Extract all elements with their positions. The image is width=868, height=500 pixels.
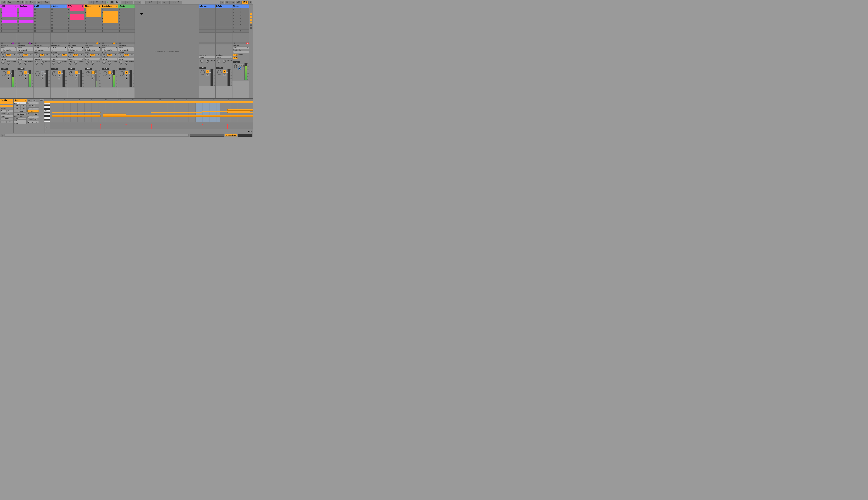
double-time-button[interactable]: *2	[21, 104, 27, 107]
clip-play-icon[interactable]	[18, 12, 19, 13]
channel-select[interactable]: | 1	[51, 49, 67, 51]
arm-button[interactable]: ●	[41, 77, 43, 80]
clip-drop-area[interactable]	[17, 33, 34, 42]
prev-clip-button[interactable]: <<	[0, 121, 7, 123]
clip-ruler[interactable]: 1.21.31.422.22.32.433.23.33.444.24.34.4	[44, 99, 253, 101]
output-select[interactable]: Master	[101, 58, 117, 60]
solo-mode[interactable]: Solo	[238, 64, 243, 67]
clip-play-icon[interactable]	[1, 9, 2, 10]
clip-play-icon[interactable]	[102, 15, 103, 16]
clip-slot-empty[interactable]	[50, 11, 67, 14]
pan-knob[interactable]	[201, 70, 205, 75]
midi-note[interactable]	[227, 112, 253, 113]
monitor-auto[interactable]: Auto	[23, 54, 28, 56]
groove-select[interactable]: None	[0, 115, 13, 117]
arm-button[interactable]: ●	[58, 77, 60, 80]
send-a-knob[interactable]	[85, 61, 89, 64]
arm-button[interactable]: ●	[125, 77, 128, 80]
clip-play-icon[interactable]	[1, 21, 2, 22]
session-record[interactable]: ○	[138, 1, 141, 4]
clip-slot-empty[interactable]	[101, 30, 118, 33]
clip-slot-empty[interactable]	[118, 8, 135, 11]
arrangement-position[interactable]: 3 . 1 . 1	[146, 1, 158, 4]
fold-icon[interactable]	[49, 5, 50, 7]
clip-slot[interactable]	[84, 8, 101, 11]
return-header[interactable]: A Reverb	[199, 4, 215, 8]
clip-slot-empty[interactable]	[118, 17, 135, 20]
monitor-off[interactable]: Off	[95, 54, 101, 56]
send-knob[interactable]	[206, 59, 209, 63]
clip-play-icon[interactable]	[1, 15, 2, 16]
master-header[interactable]: Master	[232, 4, 249, 8]
clip-drop-area[interactable]	[34, 33, 50, 42]
help-view-toggle[interactable]: ▸	[1, 134, 3, 137]
master-pan[interactable]	[234, 64, 237, 69]
stop-all-icon[interactable]	[52, 43, 53, 44]
key-map-button[interactable]: Key	[230, 1, 235, 4]
clip-slot-empty[interactable]	[67, 11, 84, 14]
io-section-toggle[interactable]	[250, 13, 252, 15]
clip-slot-empty[interactable]	[34, 30, 50, 33]
send-b-knob[interactable]	[24, 61, 27, 64]
clip-stop-icon[interactable]	[18, 30, 19, 32]
clip-slot-empty[interactable]	[0, 30, 17, 33]
arm-button[interactable]: ●	[108, 77, 111, 80]
channel-select[interactable]: | All Channels	[84, 49, 101, 51]
channel-select[interactable]: | All Channels	[34, 49, 50, 51]
clip-stop-icon[interactable]	[1, 30, 2, 32]
punch-in[interactable]: ⌐	[158, 1, 161, 4]
track-header[interactable]: 6 Synth	[118, 4, 135, 8]
clip-slot-empty[interactable]	[50, 8, 67, 11]
clip-slot[interactable]	[101, 20, 118, 23]
clip-play-icon[interactable]	[102, 21, 103, 22]
monitor-auto[interactable]: Auto	[73, 54, 78, 56]
clip-slot-empty[interactable]	[17, 30, 34, 33]
clip-drop-area[interactable]	[84, 33, 101, 42]
set-end-button[interactable]: Set	[31, 105, 35, 107]
solo-button[interactable]: S	[58, 75, 61, 77]
commit-button[interactable]: Commit	[0, 117, 13, 120]
send-knob[interactable]	[200, 59, 203, 63]
monitor-auto[interactable]: Auto	[39, 54, 45, 56]
clip-slot-empty[interactable]	[67, 26, 84, 30]
volume-fader[interactable]	[227, 69, 228, 86]
stop-all-icon[interactable]	[35, 43, 36, 44]
overload-indicator[interactable]: D	[249, 1, 252, 4]
output-select[interactable]: Master	[17, 58, 33, 60]
pgm-field[interactable]: Pgm ---	[14, 122, 26, 124]
clip-stop-icon[interactable]	[34, 9, 36, 10]
scene-launch[interactable]: 8	[232, 30, 249, 33]
clip-slot-empty[interactable]	[34, 26, 50, 30]
pan-knob[interactable]	[52, 71, 56, 76]
clip-stop-icon[interactable]	[68, 12, 69, 13]
post-button[interactable]: Post	[233, 54, 238, 56]
velocity-marker[interactable]	[227, 124, 228, 129]
monitor-off[interactable]: Off	[129, 54, 134, 56]
send-b-knob[interactable]	[91, 61, 94, 64]
channel-select[interactable]: | All Channels	[118, 49, 134, 51]
send-b-knob[interactable]	[57, 61, 60, 64]
monitor-in[interactable]: In	[51, 54, 56, 56]
send-a-knob[interactable]	[102, 61, 105, 64]
input-select[interactable]: All Ins	[17, 46, 33, 49]
clip-slot-empty[interactable]	[118, 23, 135, 26]
monitor-in[interactable]: In	[34, 54, 39, 56]
clip-play-icon[interactable]	[68, 18, 69, 19]
sub-field[interactable]: Sub ---	[14, 120, 26, 122]
play-button[interactable]	[106, 1, 110, 4]
clip-drop-area[interactable]	[118, 33, 135, 42]
metronome-icon[interactable]: |||	[21, 1, 24, 4]
sig-num-field[interactable]: 4	[0, 110, 6, 112]
clip-slot-empty[interactable]	[17, 23, 34, 26]
channel-select[interactable]: | All Channels	[68, 49, 84, 51]
draw-mode[interactable]: ✎	[220, 1, 224, 4]
follow-button[interactable]: →|	[89, 1, 93, 4]
overdub-button[interactable]: +	[122, 1, 125, 4]
send-b-knob[interactable]	[108, 61, 111, 64]
clip-stop-icon[interactable]	[34, 24, 36, 25]
clip-play-icon[interactable]	[68, 15, 69, 16]
clip-stop-icon[interactable]	[51, 30, 53, 32]
clip-stop-icon[interactable]	[102, 27, 103, 29]
clip-slot-empty[interactable]	[67, 23, 84, 26]
fold-icon[interactable]	[66, 5, 67, 7]
